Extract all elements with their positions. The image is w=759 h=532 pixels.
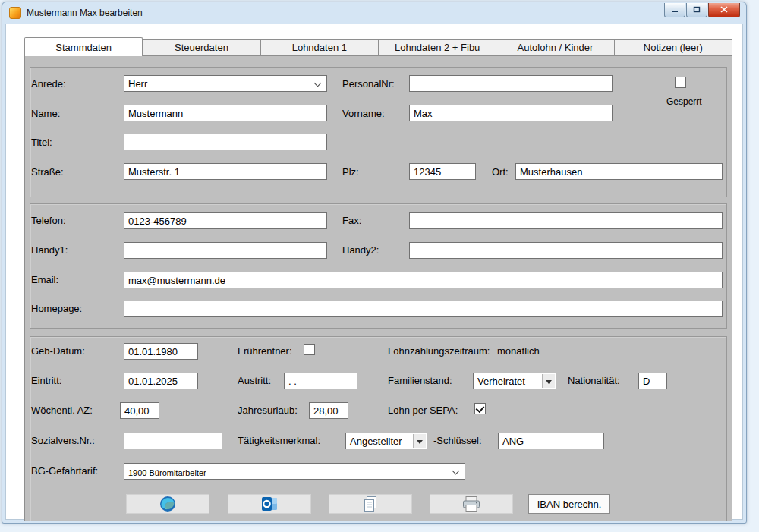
- woechentl-az-input[interactable]: [120, 402, 159, 419]
- name-label: Name:: [31, 108, 60, 120]
- telefon-label: Telefon:: [31, 215, 66, 227]
- fax-label: Fax:: [342, 215, 361, 227]
- fax-input[interactable]: [409, 212, 723, 229]
- print-button[interactable]: [430, 494, 513, 514]
- dropdown-arrow-icon: [413, 434, 426, 448]
- tab-page-stammdaten: Anrede: Herr PersonalNr: Gesperrt Name: …: [24, 55, 732, 521]
- austritt-input[interactable]: [284, 373, 357, 389]
- name-input[interactable]: [124, 105, 327, 121]
- tab-steuerdaten[interactable]: Steuerdaten: [143, 39, 260, 55]
- ort-input[interactable]: [515, 163, 723, 180]
- tab-bar: Stammdaten Steuerdaten Lohndaten 1 Lohnd…: [24, 36, 732, 55]
- lohnzahlungszeitraum-label: Lohnzahlungszeitraum:: [388, 345, 490, 357]
- dialog-window: Mustermann Max bearbeiten Stammdaten Ste…: [2, 2, 747, 524]
- taetigkeitsmerkmal-label: Tätigkeitsmerkmal:: [238, 435, 320, 447]
- email-input[interactable]: [124, 272, 723, 288]
- chevron-down-icon: [314, 80, 322, 87]
- edge-browser-icon: [159, 495, 177, 513]
- personalnr-label: PersonalNr:: [342, 78, 395, 90]
- schluessel-label: -Schlüssel:: [433, 435, 482, 447]
- eintritt-label: Eintritt:: [31, 375, 61, 387]
- schluessel-input[interactable]: [498, 433, 604, 449]
- familienstand-value: Verheiratet: [477, 375, 525, 388]
- nationalitaet-label: Nationalität:: [568, 375, 620, 387]
- bg-gefahrtarif-select[interactable]: 1900 Büromitarbeiter: [124, 463, 465, 480]
- familienstand-select[interactable]: Verheiratet: [473, 373, 556, 389]
- tab-stammdaten[interactable]: Stammdaten: [24, 37, 143, 56]
- vorname-label: Vorname:: [342, 108, 385, 120]
- dialog-client-area: Stammdaten Steuerdaten Lohndaten 1 Lohnd…: [5, 24, 743, 520]
- homepage-input[interactable]: [124, 301, 723, 317]
- close-icon: [720, 6, 728, 13]
- tab-lohndaten-2-fibu[interactable]: Lohndaten 2 + Fibu: [379, 39, 496, 55]
- homepage-label: Homepage:: [31, 303, 82, 315]
- plz-input[interactable]: [409, 163, 476, 180]
- gebdatum-label: Geb-Datum:: [31, 345, 85, 357]
- fruehrentner-label: Frührentner:: [238, 345, 292, 357]
- outlook-email-icon: [260, 495, 279, 513]
- telefon-input[interactable]: [124, 212, 327, 229]
- taetigkeitsmerkmal-select[interactable]: Angestellter: [345, 433, 427, 449]
- maximize-icon: [693, 6, 701, 13]
- tab-autolohn-kinder[interactable]: Autolohn / Kinder: [496, 39, 614, 55]
- strasse-label: Straße:: [31, 166, 64, 178]
- sozialvers-nr-label: Sozialvers.Nr.:: [31, 435, 95, 447]
- handy2-input[interactable]: [409, 242, 723, 259]
- handy2-label: Handy2:: [342, 244, 379, 257]
- plz-label: Plz:: [342, 166, 359, 178]
- taetigkeitsmerkmal-value: Angestellter: [350, 435, 402, 448]
- maximize-button[interactable]: [686, 3, 707, 17]
- outlook-button[interactable]: [228, 494, 311, 514]
- gebdatum-input[interactable]: [124, 343, 198, 360]
- lohn-per-sepa-checkbox[interactable]: [474, 403, 486, 414]
- jahresurlaub-label: Jahresurlaub:: [238, 405, 298, 417]
- app-icon[interactable]: [9, 7, 21, 19]
- sozialvers-nr-input[interactable]: [124, 433, 222, 449]
- handy1-input[interactable]: [124, 242, 327, 259]
- dropdown-arrow-icon: [542, 374, 555, 388]
- gesperrt-checkbox[interactable]: [675, 77, 686, 88]
- austritt-label: Austritt:: [238, 375, 271, 387]
- eintritt-input[interactable]: [124, 373, 198, 389]
- copy-button[interactable]: [329, 494, 412, 514]
- bg-gefahrtarif-label: BG-Gefahrtarif:: [31, 465, 98, 477]
- nationalitaet-input[interactable]: [638, 373, 667, 389]
- fruehrentner-checkbox[interactable]: [304, 344, 315, 355]
- email-label: Email:: [31, 274, 58, 286]
- copy-document-icon: [361, 495, 380, 513]
- minimize-button[interactable]: [664, 3, 685, 17]
- ort-label: Ort:: [492, 166, 509, 178]
- iban-berechnen-button[interactable]: IBAN berechn.: [528, 494, 610, 514]
- bg-gefahrtarif-value: 1900 Büromitarbeiter: [128, 467, 206, 480]
- lohnzahlungszeitraum-value: monatlich: [497, 345, 540, 357]
- tab-lohndaten-1[interactable]: Lohndaten 1: [261, 39, 379, 55]
- titlebar[interactable]: Mustermann Max bearbeiten: [2, 2, 746, 24]
- familienstand-label: Familienstand:: [388, 375, 452, 387]
- window-controls: [664, 3, 740, 17]
- anrede-label: Anrede:: [31, 78, 66, 90]
- window-title: Mustermann Max bearbeiten: [27, 8, 664, 18]
- edge-button[interactable]: [126, 494, 209, 514]
- close-button[interactable]: [708, 3, 740, 17]
- woechentl-az-label: Wöchentl. AZ:: [31, 405, 93, 417]
- vorname-input[interactable]: [409, 105, 613, 121]
- printer-icon: [461, 495, 481, 513]
- lohn-per-sepa-label: Lohn per SEPA:: [388, 405, 458, 417]
- chevron-down-icon: [452, 467, 460, 475]
- titel-input[interactable]: [124, 134, 327, 150]
- personalnr-input[interactable]: [409, 75, 613, 92]
- tab-notizen[interactable]: Notizen (leer): [615, 39, 732, 55]
- jahresurlaub-input[interactable]: [309, 402, 348, 419]
- anrede-select[interactable]: Herr: [124, 75, 327, 92]
- handy1-label: Handy1:: [31, 244, 68, 257]
- minimize-icon: [671, 6, 679, 13]
- gesperrt-label: Gesperrt: [666, 96, 702, 108]
- anrede-value: Herr: [128, 77, 147, 90]
- strasse-input[interactable]: [124, 163, 327, 180]
- titel-label: Titel:: [31, 137, 52, 149]
